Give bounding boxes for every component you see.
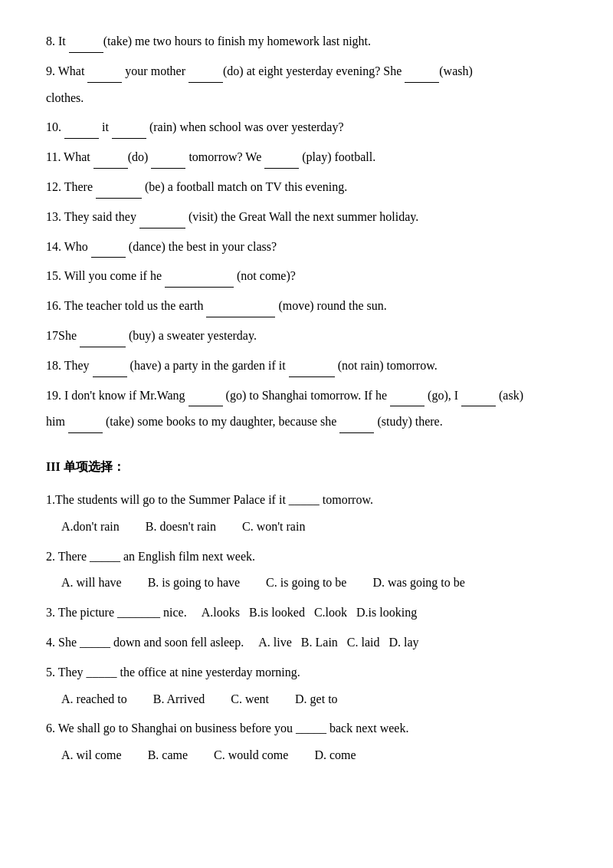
mc-question-3: 3. The picture _______ nice. A.looks B.i…: [46, 602, 567, 624]
mc2-option-c: C. is going to be: [266, 572, 346, 594]
q19-blank3: [461, 393, 496, 406]
question-19: 19. I don't know if Mr.Wang (go) to Shan…: [46, 385, 567, 434]
q8-number: 8. It: [46, 35, 69, 48]
q16-number: 16. The teacher told us the earth: [46, 299, 206, 312]
mc4-text: 4. She _____ down and soon fell asleep. …: [46, 636, 419, 649]
q19-number: 19. I don't know if Mr.Wang: [46, 389, 188, 402]
section-3-header: III 单项选择：: [46, 456, 567, 478]
mc5-option-a: A. reached to: [61, 689, 127, 711]
mc1-option-c: C. won't rain: [242, 516, 305, 538]
q10-blank2: [112, 125, 146, 139]
mc3-text: 3. The picture _______ nice. A.looks B.i…: [46, 606, 417, 619]
mc6-option-c: C. would come: [214, 745, 288, 767]
q9-line2: clothes.: [46, 91, 84, 104]
q19-line2-hint1: (take) some books to my daughter, becaus…: [103, 415, 340, 428]
mc5-option-d: D. get to: [295, 689, 338, 711]
q8-blank1: [69, 39, 103, 53]
q19-hint3: (ask): [496, 389, 523, 402]
q9-blank2: [188, 69, 223, 83]
mc2-option-a: A. will have: [61, 572, 122, 594]
q19-blank1: [188, 393, 223, 406]
q19-blank5: [339, 419, 374, 433]
q13-blank1: [139, 215, 185, 229]
mc6-option-d: D. come: [314, 745, 356, 767]
q19-line2-text1: him: [46, 415, 68, 428]
question-9: 9. What your mother (do) at eight yester…: [46, 61, 567, 110]
q19-hint2: (go), I: [425, 389, 461, 402]
q9-blank3: [405, 69, 439, 83]
mc5-option-b: B. Arrived: [153, 689, 205, 711]
q11-hint2: (play) football.: [299, 150, 375, 163]
q18-blank2: [289, 363, 335, 377]
q17-number: 17She: [46, 329, 80, 342]
mc2-option-d: D. was going to be: [372, 572, 464, 594]
mc-question-2: 2. There _____ an English film next week…: [46, 546, 567, 595]
mc1-option-a: A.don't rain: [61, 516, 120, 538]
q11-blank2: [151, 155, 185, 169]
q10-text1: it: [99, 120, 112, 133]
mc2-options: A. will have B. is going to have C. is g…: [61, 572, 567, 594]
question-11: 11. What (do) tomorrow? We (play) footba…: [46, 146, 567, 169]
q12-hint1: (be) a football match on TV this evening…: [142, 180, 347, 193]
q9-text1: your mother: [122, 64, 188, 77]
q10-hint1: (rain) when school was over yesterday?: [146, 120, 344, 133]
q19-hint1: (go) to Shanghai tomorrow. If he: [223, 389, 390, 402]
question-18: 18. They (have) a party in the garden if…: [46, 355, 567, 377]
q8-hint1: (take) me two hours to finish my homewor…: [103, 35, 371, 48]
q9-number: 9. What: [46, 64, 87, 77]
q19-blank2: [390, 393, 425, 406]
mc-question-6: 6. We shall go to Shanghai on business b…: [46, 718, 567, 767]
q12-number: 12. There: [46, 180, 96, 193]
mc-question-5: 5. They _____ the office at nine yesterd…: [46, 662, 567, 711]
q16-hint1: (move) round the sun.: [275, 299, 386, 312]
mc5-text: 5. They _____ the office at nine yesterd…: [46, 666, 300, 679]
q15-number: 15. Will you come if he: [46, 269, 165, 282]
q19-blank4: [68, 419, 103, 433]
q13-hint1: (visit) the Great Wall the next summer h…: [185, 210, 418, 223]
mc1-options: A.don't rain B. doesn't rain C. won't ra…: [61, 516, 567, 538]
question-14: 14. Who (dance) the best in your class?: [46, 236, 567, 258]
q15-hint1: (not come)?: [234, 269, 296, 282]
q10-blank1: [64, 125, 99, 139]
mc1-option-b: B. doesn't rain: [146, 516, 216, 538]
mc2-option-b: B. is going to have: [148, 572, 240, 594]
mc6-text: 6. We shall go to Shanghai on business b…: [46, 722, 408, 735]
q18-hint1: (have) a party in the garden if it: [127, 359, 289, 372]
mc6-options: A. wil come B. came C. would come D. com…: [61, 745, 567, 767]
question-16: 16. The teacher told us the earth (move)…: [46, 295, 567, 317]
q11-number: 11. What: [46, 150, 93, 163]
fill-in-section: 8. It (take) me two hours to finish my h…: [46, 31, 567, 433]
mc5-options: A. reached to B. Arrived C. went D. get …: [61, 689, 567, 711]
question-13: 13. They said they (visit) the Great Wal…: [46, 206, 567, 229]
section-3: III 单项选择： 1.The students will go to the …: [46, 456, 567, 767]
q18-hint2: (not rain) tomorrow.: [335, 359, 438, 372]
mc6-option-a: A. wil come: [61, 745, 122, 767]
q14-number: 14. Who: [46, 240, 91, 253]
q10-number: 10.: [46, 120, 64, 133]
q11-text2: tomorrow? We: [185, 150, 264, 163]
q9-hint2: (wash): [439, 64, 473, 77]
q17-hint1: (buy) a sweater yesterday.: [126, 329, 257, 342]
q16-blank1: [206, 304, 275, 317]
q11-blank3: [264, 155, 299, 169]
q13-number: 13. They said they: [46, 210, 139, 223]
mc5-option-c: C. went: [231, 689, 269, 711]
mc-question-4: 4. She _____ down and soon fell asleep. …: [46, 632, 567, 654]
q18-blank1: [93, 363, 127, 377]
question-10: 10. it (rain) when school was over yeste…: [46, 117, 567, 139]
mc-question-1: 1.The students will go to the Summer Pal…: [46, 489, 567, 538]
mc1-text: 1.The students will go to the Summer Pal…: [46, 493, 373, 506]
q14-blank1: [91, 244, 126, 258]
mc2-text: 2. There _____ an English film next week…: [46, 550, 255, 563]
question-8: 8. It (take) me two hours to finish my h…: [46, 31, 567, 53]
q9-blank1: [87, 69, 122, 83]
q12-blank1: [96, 185, 142, 199]
q11-hint1: (do): [128, 150, 152, 163]
q17-blank1: [80, 334, 126, 347]
q15-blank1: [165, 274, 234, 288]
q9-hint1: (do) at eight yesterday evening? She: [223, 64, 405, 77]
q19-line2-hint2: (study) there.: [374, 415, 442, 428]
q18-number: 18. They: [46, 359, 93, 372]
question-17: 17She (buy) a sweater yesterday.: [46, 325, 567, 347]
question-12: 12. There (be) a football match on TV th…: [46, 176, 567, 199]
